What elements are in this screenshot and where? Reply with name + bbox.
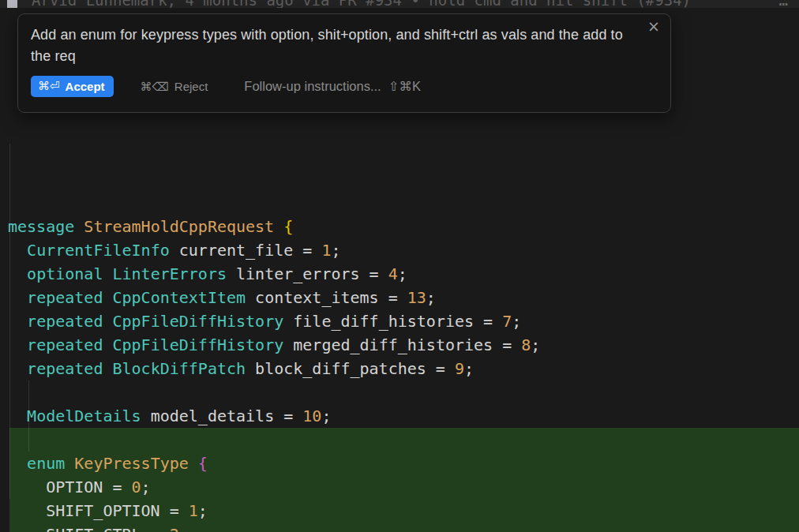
code-line-added[interactable]: SHIFT_OPTION = 1; <box>0 499 799 523</box>
indent-guide-level1 <box>9 144 10 499</box>
inline-edit-popup: × Add an enum for keypress types with op… <box>17 13 671 113</box>
code-line-added[interactable] <box>0 428 799 451</box>
followup-shortcut-hint: ⇧⌘K <box>388 79 421 94</box>
code-line[interactable]: optional LinterErrors linter_errors = 4; <box>0 262 799 286</box>
popup-actions-row: ⌘⏎ Accept ⌘⌫ Reject Follow-up instructio… <box>31 76 658 97</box>
prompt-text: Add an enum for keypress types with opti… <box>31 24 647 67</box>
code-line[interactable]: repeated CppFileDiffHistory file_diff_hi… <box>0 309 799 333</box>
close-icon[interactable]: × <box>647 19 660 34</box>
accept-button[interactable]: ⌘⏎ Accept <box>31 76 114 97</box>
code-line-added[interactable]: enum KeyPressType { <box>0 451 799 475</box>
code-lines-container: message StreamHoldCppRequest { CurrentFi… <box>0 215 799 532</box>
code-line[interactable]: ModelDetails model_details = 10; <box>0 404 799 428</box>
indent-guide-level2 <box>28 380 29 451</box>
code-line[interactable]: message StreamHoldCppRequest { <box>0 215 799 238</box>
text-cursor-block <box>7 0 17 8</box>
accept-button-label: Accept <box>66 80 105 93</box>
code-line-added[interactable]: SHIFT_CTRL = 2; <box>0 523 799 532</box>
code-line[interactable]: repeated BlockDiffPatch block_diff_patch… <box>0 357 799 380</box>
blame-annotation-strip: Arvid Lunnemark, 4 months ago via PR #93… <box>0 0 799 8</box>
code-area[interactable]: message StreamHoldCppRequest { CurrentFi… <box>0 120 799 532</box>
blame-overflow-ellipsis: … <box>779 0 788 8</box>
reject-button-label: Reject <box>174 80 208 93</box>
code-line[interactable] <box>0 380 799 404</box>
code-line-added[interactable]: OPTION = 0; <box>0 475 799 499</box>
code-line[interactable]: repeated CppContextItem context_items = … <box>0 286 799 309</box>
reject-button[interactable]: ⌘⌫ Reject <box>136 79 213 95</box>
blame-annotation-text: Arvid Lunnemark, 4 months ago via PR #93… <box>32 0 691 8</box>
accept-shortcut-icon: ⌘⏎ <box>38 79 60 93</box>
reject-shortcut-icon: ⌘⌫ <box>141 80 169 94</box>
followup-placeholder: Follow-up instructions... <box>244 79 381 94</box>
code-line[interactable]: repeated CppFileDiffHistory merged_diff_… <box>0 333 799 357</box>
followup-instructions-input[interactable]: Follow-up instructions... ⇧⌘K <box>244 79 421 94</box>
code-line[interactable]: CurrentFileInfo current_file = 1; <box>0 238 799 262</box>
